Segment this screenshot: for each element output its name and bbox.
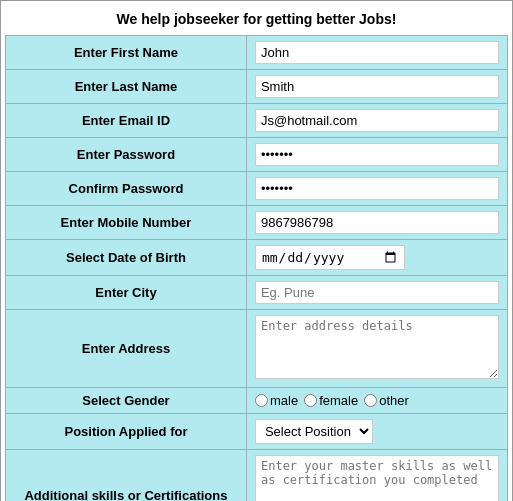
address-textarea[interactable] — [255, 315, 499, 379]
address-label: Enter Address — [6, 310, 247, 388]
city-label: Enter City — [6, 276, 247, 310]
last-name-input[interactable] — [255, 75, 499, 98]
gender-other-text: other — [379, 393, 409, 408]
gender-female-text: female — [319, 393, 358, 408]
page-title: We help jobseeker for getting better Job… — [5, 5, 508, 35]
email-field — [246, 104, 507, 138]
password-input[interactable] — [255, 143, 499, 166]
gender-row: Select Gender male female other — [6, 388, 508, 414]
dob-field — [246, 240, 507, 276]
address-row: Enter Address — [6, 310, 508, 388]
dob-row: Select Date of Birth — [6, 240, 508, 276]
password-field — [246, 138, 507, 172]
email-input[interactable] — [255, 109, 499, 132]
email-label: Enter Email ID — [6, 104, 247, 138]
first-name-label: Enter First Name — [6, 36, 247, 70]
mobile-label: Enter Mobile Number — [6, 206, 247, 240]
password-label: Enter Password — [6, 138, 247, 172]
skills-textarea[interactable] — [255, 455, 499, 501]
city-field — [246, 276, 507, 310]
gender-male-text: male — [270, 393, 298, 408]
confirm-password-label: Confirm Password — [6, 172, 247, 206]
dob-label: Select Date of Birth — [6, 240, 247, 276]
dob-input[interactable] — [255, 245, 405, 270]
last-name-field — [246, 70, 507, 104]
skills-label: Additional skills or Certifications — [6, 450, 247, 502]
mobile-input[interactable] — [255, 211, 499, 234]
confirm-password-row: Confirm Password — [6, 172, 508, 206]
position-row: Position Applied for Select Position — [6, 414, 508, 450]
confirm-password-field — [246, 172, 507, 206]
confirm-password-input[interactable] — [255, 177, 499, 200]
last-name-label: Enter Last Name — [6, 70, 247, 104]
gender-label: Select Gender — [6, 388, 247, 414]
position-select[interactable]: Select Position — [255, 419, 373, 444]
gender-male-label: male — [255, 393, 298, 408]
first-name-input[interactable] — [255, 41, 499, 64]
mobile-row: Enter Mobile Number — [6, 206, 508, 240]
gender-female-radio[interactable] — [304, 394, 317, 407]
gender-other-label: other — [364, 393, 409, 408]
city-input[interactable] — [255, 281, 499, 304]
first-name-row: Enter First Name — [6, 36, 508, 70]
gender-field: male female other — [246, 388, 507, 414]
skills-row: Additional skills or Certifications — [6, 450, 508, 502]
password-row: Enter Password — [6, 138, 508, 172]
position-field: Select Position — [246, 414, 507, 450]
skills-field — [246, 450, 507, 502]
first-name-field — [246, 36, 507, 70]
gender-other-radio[interactable] — [364, 394, 377, 407]
city-row: Enter City — [6, 276, 508, 310]
mobile-field — [246, 206, 507, 240]
last-name-row: Enter Last Name — [6, 70, 508, 104]
address-field — [246, 310, 507, 388]
gender-female-label: female — [304, 393, 358, 408]
email-row: Enter Email ID — [6, 104, 508, 138]
form-container: We help jobseeker for getting better Job… — [0, 0, 513, 501]
gender-male-radio[interactable] — [255, 394, 268, 407]
position-label: Position Applied for — [6, 414, 247, 450]
